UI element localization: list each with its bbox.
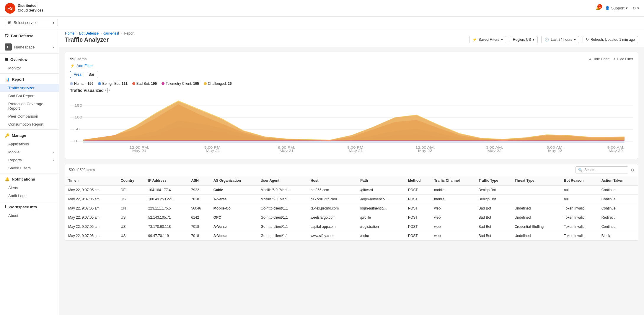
notification-button[interactable]: 🔔 1 [596, 6, 600, 10]
legend-human: Human: 156 [70, 82, 93, 86]
time-range-button[interactable]: 🕐 Last 24 hours ▾ [541, 36, 579, 43]
sidebar-item-bad-bot-report[interactable]: Bad Bot Report [0, 92, 59, 100]
table-header-bar: 500 of 593 items 🔍 ⚙ [65, 164, 638, 176]
manage-header[interactable]: 🔑 Manage [0, 131, 59, 140]
content-area: Home › Bot Defense › carrie-test › Repor… [59, 29, 644, 315]
col-as-org[interactable]: AS Organization [211, 176, 258, 185]
col-channel[interactable]: Traffic Channel [431, 176, 475, 185]
table-row: May 22, 9:07:05 am DE 104.164.177.4 7922… [65, 185, 638, 195]
shield-icon: 🛡 [5, 34, 9, 38]
chart-title: Traffic Visualized i [70, 88, 633, 93]
saved-filters-button[interactable]: ⚡ Saved Filters ▾ [469, 36, 506, 43]
sidebar-item-about[interactable]: About [0, 212, 59, 220]
sidebar-item-saved-filters[interactable]: Saved Filters [0, 164, 59, 172]
chevron-down-icon-4: ▾ [53, 46, 54, 49]
region-button[interactable]: Region: US ▾ [510, 36, 538, 43]
support-button[interactable]: 👤 Support ▾ [605, 6, 628, 10]
col-bot-reason[interactable]: Bot Reason [561, 176, 599, 185]
sidebar-section-bot-defense: 🛡 Bot Defense [0, 31, 59, 40]
legend-dot-challenged [204, 82, 207, 85]
report-icon: 📊 [5, 77, 9, 82]
col-time[interactable]: Time ↕ [65, 176, 118, 185]
namespace-row[interactable]: C Namespace ▾ [0, 42, 59, 52]
chart-type-buttons: Area Bar [70, 71, 633, 78]
chart-container: 0 50 100 150 [70, 94, 633, 154]
area-chart-button[interactable]: Area [70, 71, 85, 78]
legend-dot-benign [98, 82, 101, 85]
col-asn[interactable]: ASN [188, 176, 211, 185]
col-host[interactable]: Host [308, 176, 357, 185]
service-select[interactable]: ⊞ Select service ▾ [5, 19, 58, 26]
chevron-right-icon-2: › [53, 158, 54, 162]
report-header[interactable]: 📊 Report [0, 75, 59, 84]
logo-text: Distributed Cloud Services [18, 4, 43, 13]
hide-chart-button[interactable]: ∧ Hide Chart [589, 57, 609, 61]
search-input[interactable] [584, 168, 626, 172]
sidebar-item-applications[interactable]: Applications [0, 140, 59, 148]
user-menu-button[interactable]: ⚙ ▾ [632, 6, 639, 10]
chart-legend: Human: 156 Benign Bot: 111 Bad Bot: 195 … [70, 82, 633, 86]
sidebar-item-reports[interactable]: Reports › [0, 156, 59, 164]
legend-challenged: Challenged: 26 [204, 82, 232, 86]
service-bar: ⊞ Select service ▾ [0, 17, 644, 29]
legend-dot-human [70, 82, 73, 85]
col-country[interactable]: Country [118, 176, 145, 185]
workspace-header[interactable]: ℹ Workspace Info [0, 202, 59, 212]
svg-text:May 21: May 21 [349, 149, 363, 152]
search-box[interactable]: 🔍 [575, 166, 628, 173]
col-path[interactable]: Path [357, 176, 405, 185]
table-section: 500 of 593 items 🔍 ⚙ Time ↕ [65, 164, 638, 241]
legend-benign-bot: Benign Bot: 111 [98, 82, 127, 86]
sidebar-item-traffic-analyzer[interactable]: Traffic Analyzer [0, 84, 59, 92]
table-settings-icon[interactable]: ⚙ [631, 168, 634, 172]
add-filter-button[interactable]: ⚡ Add Filter [70, 64, 93, 68]
sort-icon-time: ↕ [78, 179, 79, 182]
breadcrumb-sep-2: › [100, 31, 102, 35]
sidebar-item-protection-coverage[interactable]: Protection Coverage Report [0, 100, 59, 112]
chart-section: 593 items ∧ Hide Chart ∧ Hide Filter ⚡ [65, 52, 638, 159]
col-type[interactable]: Traffic Type [476, 176, 512, 185]
col-action[interactable]: Action Taken [599, 176, 638, 185]
col-method[interactable]: Method [405, 176, 431, 185]
table-row: May 22, 9:07:05 am US 73.170.60.118 7018… [65, 222, 638, 231]
search-icon: 🔍 [578, 168, 583, 172]
add-filter-icon: ⚡ [70, 64, 75, 68]
refresh-icon: ↻ [586, 38, 589, 42]
svg-text:0: 0 [74, 139, 77, 143]
overview-header[interactable]: ⊞ Overview [0, 55, 59, 64]
col-threat[interactable]: Threat Type [512, 176, 561, 185]
svg-text:May 21: May 21 [206, 149, 220, 152]
breadcrumb: Home › Bot Defense › carrie-test › Repor… [65, 31, 638, 35]
col-user-agent[interactable]: User Agent [258, 176, 308, 185]
sidebar-item-mobile[interactable]: Mobile › [0, 148, 59, 156]
sidebar-item-monitor[interactable]: Monitor [0, 64, 59, 72]
sidebar-item-alerts[interactable]: Alerts [0, 184, 59, 192]
chevron-down-icon: ▾ [626, 6, 628, 10]
topbar-left: FS Distributed Cloud Services [5, 3, 43, 14]
svg-text:100: 100 [74, 116, 82, 119]
svg-text:150: 150 [74, 104, 82, 107]
bell-icon-2: 🔔 [5, 177, 9, 181]
user-icon: 👤 [605, 6, 610, 10]
chevron-up-icon: ∧ [589, 57, 591, 61]
chevron-down-icon-7: ▾ [574, 38, 576, 42]
page-title: Traffic Analyzer [65, 36, 109, 43]
breadcrumb-carrie-test[interactable]: carrie-test [103, 31, 119, 35]
bar-chart-button[interactable]: Bar [85, 71, 98, 78]
col-ip[interactable]: IP Address [145, 176, 188, 185]
svg-text:12:00 PM,: 12:00 PM, [129, 146, 149, 149]
legend-dot-bad-bot [132, 82, 135, 85]
breadcrumb-bot-defense[interactable]: Bot Defense [79, 31, 99, 35]
sidebar-item-audit-logs[interactable]: Audit Logs [0, 192, 59, 200]
breadcrumb-sep-1: › [76, 31, 77, 35]
refresh-button[interactable]: ↻ Refresh: Updated 1 min ago [583, 36, 638, 43]
area-chart-svg: 0 50 100 150 [70, 94, 633, 153]
svg-text:12:00 AM,: 12:00 AM, [415, 146, 435, 149]
sidebar-item-peer-comparison[interactable]: Peer Comparison [0, 112, 59, 120]
hide-filter-button[interactable]: ∧ Hide Filter [613, 57, 633, 61]
breadcrumb-home[interactable]: Home [65, 31, 74, 35]
table-scroll-container[interactable]: Time ↕ Country IP Address ASN AS Organiz… [65, 176, 638, 241]
notification-badge: 1 [597, 4, 602, 9]
notifications-header[interactable]: 🔔 Notifications [0, 175, 59, 184]
sidebar-item-consumption[interactable]: Consumption Report [0, 120, 59, 128]
